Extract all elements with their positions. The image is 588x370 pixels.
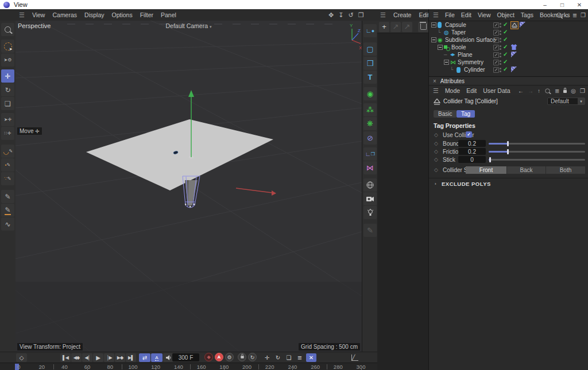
enabled-check-icon[interactable]: ✓ (503, 36, 508, 42)
enabled-check-icon[interactable]: ✓ (503, 66, 508, 72)
minimize-icon[interactable]: – (536, 0, 554, 9)
next-frame-button[interactable]: │▶ (104, 353, 114, 362)
camera-label[interactable]: Default Camera ▾ (16, 22, 362, 29)
attributes-close-icon[interactable]: × (433, 78, 436, 84)
attr-hamburger-icon[interactable]: ☰ (433, 87, 439, 95)
autokeying-button[interactable]: A (215, 353, 223, 361)
use-collider-checkbox[interactable]: ✓ (466, 131, 472, 138)
menu-filter[interactable]: Filter (140, 11, 153, 18)
menu-cameras[interactable]: Cameras (52, 11, 77, 18)
preset-dropdown[interactable]: Default (547, 98, 585, 105)
attr-filter-icon[interactable]: ≣ (555, 88, 559, 94)
camera-menu-icon[interactable]: ▾ (210, 25, 212, 29)
attr-search-icon[interactable] (545, 88, 550, 93)
keyframe-diamond-button[interactable]: ◇ (16, 353, 27, 362)
tweak-selection-tool-icon[interactable]: ➤⚙ (1, 53, 14, 67)
record-scale-toggle[interactable]: ❏ (284, 353, 294, 362)
layer-chip[interactable] (493, 60, 499, 65)
enabled-check-icon[interactable]: ✓ (503, 51, 508, 57)
plane-object[interactable] (86, 119, 273, 190)
record-objects-button[interactable]: ◆ (204, 353, 213, 361)
attr-menu-userdata[interactable]: User Data (483, 87, 510, 94)
enabled-check-icon[interactable]: ✓ (503, 44, 508, 50)
spline-point-tool-icon[interactable]: ∵✎ (1, 172, 14, 185)
menu-create[interactable]: Create (393, 11, 412, 18)
current-frame-field[interactable]: 300 F (172, 353, 199, 361)
next-key-button[interactable]: ▶◆ (115, 353, 125, 362)
cloth-tag-icon[interactable] (510, 44, 517, 50)
object-row-taper[interactable]: └ ◍ Taper ✓ (429, 29, 588, 36)
menu-panel[interactable]: Panel (161, 11, 176, 18)
expand-toggle[interactable] (438, 45, 443, 50)
object-row-plane[interactable]: ─ ◆ Plane ✓ (429, 51, 588, 59)
collider-tag-icon[interactable] (510, 21, 519, 29)
om-hamburger-icon[interactable]: ☰ (433, 11, 439, 19)
attr-target-icon[interactable]: ◎ (571, 88, 576, 94)
attr-newwindow-icon[interactable]: ❐ (580, 88, 585, 94)
keyframe-dot-icon[interactable]: ◇ (434, 167, 438, 173)
primitive-cube-icon[interactable]: ❒ (363, 57, 377, 70)
object-row-symmetry[interactable]: ⋈ Symmetry ✓ (429, 59, 588, 66)
om-newwindow-icon[interactable]: ❐ (581, 12, 586, 18)
volume-builder-icon[interactable]: ⁂ (363, 103, 377, 116)
exclude-polys-row[interactable]: › EXCLUDE POLYS (429, 178, 588, 189)
pick-arrow-icon[interactable]: ↗ (402, 22, 412, 32)
layer-chip[interactable] (493, 52, 499, 58)
keyframe-dot-icon[interactable]: ◇ (434, 157, 438, 162)
object-row-cylinder[interactable]: └ Cylinder ✓ (429, 66, 588, 73)
deformer-icon[interactable]: ❋ (363, 117, 377, 130)
menu-view[interactable]: View (32, 11, 45, 18)
keyframe-dot-icon[interactable]: ◇ (434, 149, 438, 154)
keyframe-rotate-button[interactable]: ↻ (248, 353, 257, 361)
visibility-dots[interactable] (500, 60, 501, 62)
friction-value-field[interactable]: 0.2 (458, 148, 486, 155)
link-arrow-icon[interactable]: ↗ (390, 22, 401, 32)
attr-menu-edit[interactable]: Edit (466, 87, 477, 94)
expand-toggle[interactable] (431, 22, 436, 28)
om-menu-edit[interactable]: Edit (461, 11, 471, 18)
close-icon[interactable]: ✕ (571, 0, 588, 9)
autokey-range-toggle[interactable]: A (151, 353, 163, 362)
rotate-tool-icon[interactable]: ↻ (1, 83, 14, 96)
pan-icon[interactable]: ✥ (328, 11, 334, 19)
viewport[interactable]: Y Z X Perspective Default Camera ▾ Move … (16, 21, 362, 352)
x-axis-handle[interactable] (236, 188, 276, 196)
phong-tag-icon[interactable] (519, 21, 526, 28)
om-menu-view[interactable]: View (478, 11, 491, 18)
visibility-dots[interactable] (500, 68, 501, 69)
om-menu-tags[interactable]: Tags (521, 11, 533, 18)
keyframe-dot-icon[interactable]: ◇ (434, 141, 438, 146)
menu-display[interactable]: Display (84, 11, 104, 18)
add-icon[interactable]: + (379, 22, 389, 32)
jump-start-button[interactable]: ▌◀ (60, 353, 71, 362)
maximize-view-icon[interactable]: ❐ (358, 11, 364, 19)
visibility-dots[interactable] (500, 45, 501, 47)
spline-arc-tool-icon[interactable]: ▪✎ (1, 158, 14, 172)
cursor-transform-tool-icon[interactable]: ➤✛ (1, 113, 14, 126)
bounce-slider[interactable] (489, 143, 585, 145)
zoom-tool-icon[interactable] (1, 23, 14, 36)
light-tool-icon[interactable] (363, 206, 377, 219)
keyframe-options-button[interactable]: ⚙ (225, 353, 234, 361)
field-icon[interactable]: ⊘ (363, 131, 377, 145)
motext-icon[interactable]: T (363, 71, 377, 84)
object-row-subdivision-surface[interactable]: ◉ Subdivision Surface ✓ (429, 36, 588, 44)
orbit-icon[interactable]: ↺ (348, 11, 353, 19)
history-back-icon[interactable]: ← (518, 88, 524, 94)
keyframe-lock-button[interactable] (238, 353, 246, 361)
om-menu-object[interactable]: Object (497, 11, 514, 18)
object-row-boole[interactable]: Boole ✓ (429, 44, 588, 51)
maximize-icon[interactable]: □ (554, 0, 571, 9)
timeline-ruler[interactable]: 0 20 40 60 80 100 120 140 160 180 200 22… (0, 363, 377, 370)
menu-edit[interactable]: Edit (419, 11, 429, 18)
phong-tag-icon[interactable] (510, 51, 517, 58)
loop-toggle[interactable]: ⇄ (139, 353, 150, 362)
enabled-check-icon[interactable]: ✓ (503, 21, 508, 28)
move-tool-icon[interactable]: ✛ (1, 69, 14, 83)
object-row-capsule[interactable]: Capsule ✓ (429, 21, 588, 29)
layer-chip[interactable] (493, 67, 499, 73)
sketch-tool-icon[interactable]: ∿ (1, 217, 14, 231)
parent-up-icon[interactable]: ↑ (537, 88, 540, 94)
phong-tag-icon[interactable] (510, 66, 517, 73)
record-pla-toggle[interactable]: ✕ (306, 353, 316, 362)
